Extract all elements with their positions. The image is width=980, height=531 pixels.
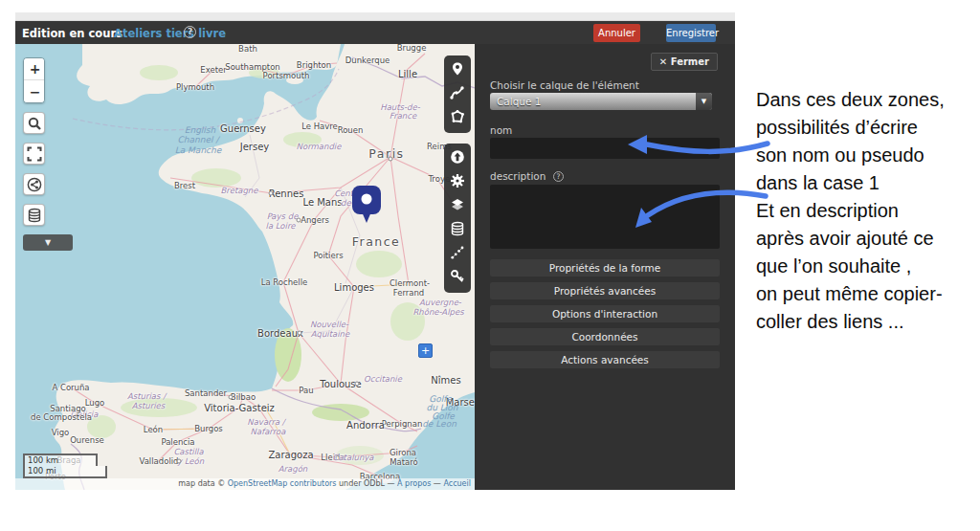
description-help-icon[interactable]: ? [553, 171, 564, 182]
name-input[interactable] [490, 138, 720, 159]
search-button[interactable] [23, 112, 45, 134]
zoom-out-button[interactable]: − [24, 80, 45, 102]
apropos-link[interactable]: À propos [397, 479, 431, 488]
attribution-prefix: map data © [178, 479, 227, 488]
scale-control: 100 km 100 mi [23, 454, 107, 478]
layer-select-label: Choisir le calque de l'élément [490, 79, 639, 91]
annotation-line: Dans ces deux zones, [756, 86, 980, 114]
city-dot [297, 218, 301, 223]
map-base-tiles [15, 44, 475, 490]
city-dot [177, 459, 182, 464]
map-settings-button[interactable] [444, 170, 471, 194]
annotation-line: Et en description [756, 197, 980, 225]
zoom-control: +− [23, 57, 45, 103]
annotation-line: son nom ou pseudo [756, 142, 980, 169]
database-icon [450, 221, 465, 240]
city-dot [229, 395, 234, 400]
panel-button-actions-avancees[interactable]: Actions avancées [490, 351, 720, 368]
collapse-controls-button[interactable]: ▼ [23, 234, 73, 251]
upload-icon [450, 149, 465, 168]
city-dot [355, 382, 360, 387]
annotation-line: coller des liens ... [756, 308, 980, 336]
map-marker[interactable] [350, 184, 383, 226]
city-dot [389, 157, 393, 162]
draw-marker-button[interactable] [444, 58, 471, 82]
polyline-icon [450, 85, 465, 104]
fullscreen-button[interactable] [23, 143, 45, 165]
panel-button-proprietes-de-la-forme[interactable]: Propriétés de la forme [490, 259, 720, 277]
manage-layers-button[interactable] [444, 194, 471, 218]
feature-edit-panel: ✕ Fermer Choisir le calque de l'élément … [475, 44, 735, 490]
chevron-down-icon: ▼ [696, 93, 712, 110]
attribution-middle: under ODbL — [336, 479, 397, 488]
description-label: description [490, 170, 546, 182]
zoom-in-button[interactable]: + [24, 58, 45, 80]
annotation-line: dans la case 1 [756, 169, 980, 197]
city-dot [298, 331, 302, 336]
panel-button-proprietes-avancees[interactable]: Propriétés avancées [490, 282, 720, 299]
share-button[interactable] [23, 173, 45, 195]
draw-polygon-button[interactable] [444, 106, 471, 130]
import-data-button[interactable] [444, 146, 471, 170]
toolbar-group [444, 55, 471, 133]
browser-tab-strip [15, 12, 735, 21]
city-dot [269, 191, 274, 196]
panel-button-coordonnees[interactable]: Coordonnées [490, 328, 720, 345]
name-label: nom [490, 124, 512, 136]
annotation-line: possibilités d’écrire [756, 114, 980, 142]
toolbar-group [444, 144, 471, 293]
annotation-line: après avoir ajouté ce [756, 225, 980, 253]
close-panel-button[interactable]: ✕ Fermer [651, 53, 718, 71]
key-icon [450, 269, 465, 288]
umap-window: Edition en cours Ateliers tiers livre ? … [15, 12, 735, 490]
close-label: Fermer [671, 56, 709, 67]
attribution-bar: map data © OpenStreetMap contributors un… [15, 478, 475, 490]
layers-icon [450, 197, 465, 216]
help-icon[interactable]: ? [184, 26, 196, 38]
panel-button-options-d-interaction[interactable]: Options d'interaction [490, 305, 720, 322]
map-name-link[interactable]: Ateliers tiers livre [114, 27, 226, 40]
gear-icon [450, 173, 465, 192]
layer-select[interactable]: Calque 1 ▼ [490, 93, 712, 110]
layer-select-value: Calque 1 [497, 96, 541, 107]
draw-polyline-button[interactable] [444, 82, 471, 106]
measure-icon [450, 245, 465, 264]
permissions-key-button[interactable] [444, 266, 471, 290]
annotation-line: on peut même copier- [756, 280, 980, 308]
measure-line-button[interactable] [444, 242, 471, 266]
edit-status-title: Edition en cours [22, 27, 122, 40]
map-controls: +−▼ [23, 57, 73, 251]
save-button[interactable]: Enregistrer [666, 24, 716, 42]
scale-mi: 100 mi [23, 466, 107, 478]
cancel-button[interactable]: Annuler [593, 24, 640, 42]
scale-km: 100 km [23, 454, 98, 466]
attribution-sep: — [431, 479, 443, 488]
accueil-link[interactable]: Accueil [443, 479, 471, 488]
edit-tools [444, 55, 471, 303]
close-icon: ✕ [659, 56, 667, 67]
marker-icon [450, 61, 465, 80]
edit-toolbar: Edition en cours Ateliers tiers livre ? … [15, 21, 735, 44]
browse-data-button[interactable] [23, 204, 45, 226]
polygon-icon [450, 109, 465, 128]
description-textarea[interactable] [490, 185, 720, 249]
annotation-note: Dans ces deux zones,possibilités d’écrir… [756, 86, 980, 336]
osm-contributors-link[interactable]: OpenStreetMap contributors [228, 479, 337, 488]
map-plus-tile[interactable]: + [418, 343, 433, 358]
map-canvas[interactable]: BathExeterSouthamptonBrightonPortsmouthP… [15, 44, 475, 490]
annotation-line: que l’on souhaite , [756, 253, 980, 280]
layer-data-button[interactable] [444, 218, 471, 242]
